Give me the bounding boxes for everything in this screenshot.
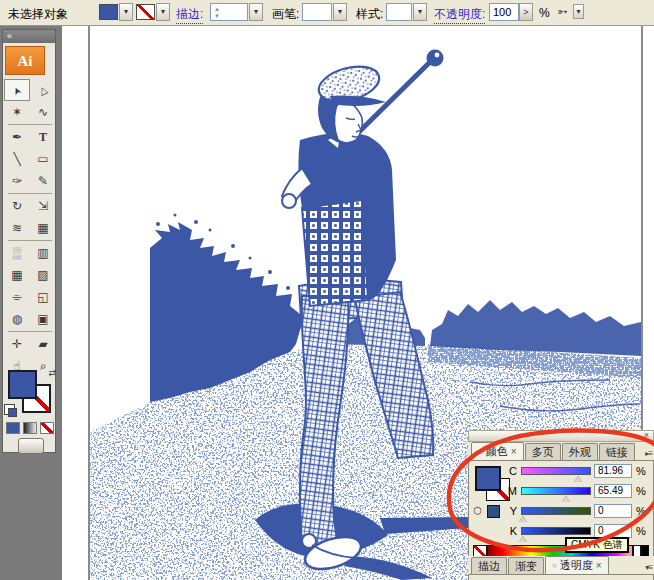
tab-pages[interactable]: 多页 <box>525 443 561 460</box>
symbol-sprayer-tool[interactable]: ░ <box>4 242 30 264</box>
tab-links[interactable]: 链接 <box>599 443 635 460</box>
magenta-label: M <box>507 485 517 497</box>
tab-color-label: 颜色 <box>486 444 508 459</box>
magenta-slider[interactable] <box>521 487 591 495</box>
swap-fill-stroke-icon[interactable]: ⇄ <box>48 368 56 378</box>
cyan-slider[interactable] <box>521 467 591 475</box>
black-slider-thumb[interactable] <box>519 536 527 542</box>
magic-wand-tool[interactable]: ✶ <box>4 101 30 123</box>
paintbrush-tool[interactable]: ✑ <box>4 170 30 192</box>
color-panel-titlebar[interactable]: − × <box>468 430 654 442</box>
pen-tool[interactable]: ✒ <box>4 126 30 148</box>
yellow-unit: % <box>636 505 646 517</box>
fill-proxy-swatch[interactable] <box>8 370 37 399</box>
tab-color[interactable]: ○ 颜色 × <box>471 442 524 460</box>
panel-menu-icon[interactable]: ▾≡ <box>645 563 652 572</box>
fist <box>282 194 296 208</box>
blend-tool[interactable]: ◱ <box>30 286 56 308</box>
brush-dropdown-icon[interactable]: ▾ <box>333 3 347 21</box>
yellow-value-field[interactable]: 0 <box>594 504 632 518</box>
tab-appearance[interactable]: 外观 <box>562 443 598 460</box>
live-paint-bucket-icon: ◍ <box>12 312 22 326</box>
eraser-tool[interactable]: ▰ <box>30 333 56 355</box>
style-dropdown-icon[interactable]: ▾ <box>413 3 427 21</box>
fill-dropdown-arrow-icon[interactable]: ▾ <box>119 3 133 21</box>
mesh-tool[interactable]: ▦ <box>4 264 30 286</box>
pencil-icon: ✎ <box>38 174 48 188</box>
golf-club-head <box>427 50 444 67</box>
web-color-cube-icon[interactable]: ⬡ <box>473 505 482 516</box>
free-transform-tool[interactable]: ▦ <box>30 217 56 239</box>
tab-close-icon[interactable]: × <box>511 444 517 459</box>
magenta-slider-thumb[interactable] <box>562 496 570 502</box>
scale-tool[interactable]: ⇲ <box>30 195 56 217</box>
color-mode-button[interactable] <box>6 422 20 434</box>
yellow-slider-thumb[interactable] <box>519 516 527 522</box>
yellow-slider[interactable] <box>521 507 591 515</box>
select-similar-icon[interactable]: ➳ <box>557 4 568 19</box>
tab-stroke[interactable]: 描边 <box>471 557 507 574</box>
selection-tool-icon: ➤ <box>6 83 28 99</box>
direct-selection-tool[interactable]: ▷ <box>30 79 56 101</box>
tab-pages-label: 多页 <box>532 445 554 460</box>
panel-minimize-button[interactable]: − <box>629 431 640 441</box>
select-similar-dropdown-icon[interactable]: ▾ <box>573 4 584 19</box>
line-tool[interactable]: ╲ <box>4 148 30 170</box>
fill-color-swatch[interactable] <box>99 4 118 20</box>
gradient-tool[interactable]: ▨ <box>30 264 56 286</box>
stroke-color-combo[interactable]: ▾ <box>136 3 170 21</box>
crop-area-tool[interactable]: ✛ <box>4 333 30 355</box>
tab-gradient[interactable]: 渐变 <box>508 557 544 574</box>
magenta-value-field[interactable]: 65.49 <box>594 484 632 498</box>
panel-close-button[interactable]: × <box>641 431 652 441</box>
cyan-slider-thumb[interactable] <box>574 476 582 482</box>
live-paint-bucket-tool[interactable]: ◍ <box>4 308 30 330</box>
stroke-dropdown-arrow-icon[interactable]: ▾ <box>156 3 170 21</box>
stroke-weight-spinner-icon[interactable]: ▲▼ <box>214 6 220 20</box>
stroke-weight-field[interactable]: ▲▼ <box>210 3 248 21</box>
black-slider[interactable] <box>521 527 591 535</box>
type-tool[interactable]: T <box>30 126 56 148</box>
none-mode-button[interactable] <box>40 422 54 434</box>
opacity-stepper-button[interactable]: > <box>519 3 533 21</box>
tools-divider <box>8 124 52 125</box>
yellow-label: Y <box>507 505 517 517</box>
stroke-panel-link[interactable]: 描边: <box>176 6 203 24</box>
ai-logo: Ai <box>5 46 45 75</box>
warp-tool[interactable]: ≋ <box>4 217 30 239</box>
brush-field[interactable] <box>302 3 332 21</box>
cmyk-spectrum-tooltip: CMYK 色谱 <box>565 537 629 553</box>
stroke-none-swatch[interactable] <box>136 4 155 20</box>
rectangle-tool[interactable]: ▭ <box>30 148 56 170</box>
cyan-value-field[interactable]: 81.96 <box>594 464 632 478</box>
screen-mode-button[interactable] <box>18 438 44 454</box>
gradient-mode-button[interactable] <box>23 422 37 434</box>
stroke-weight-dropdown-icon[interactable]: ▾ <box>249 3 263 21</box>
lasso-tool[interactable]: ∿ <box>30 101 56 123</box>
in-gamut-swatch[interactable] <box>487 505 500 518</box>
selection-tool[interactable]: ➤ <box>4 79 30 101</box>
panel-menu-icon[interactable]: ▸≡ <box>645 449 652 458</box>
direct-selection-tool-icon: ▷ <box>31 83 54 99</box>
fill-proxy[interactable] <box>475 466 501 491</box>
transparency-panel: 描边 渐变 ○ 透明度 × ▾≡ <box>468 556 654 580</box>
graph-tool[interactable]: ▥ <box>30 242 56 264</box>
eyedropper-tool[interactable]: ⌯ <box>4 286 30 308</box>
tab-close-icon[interactable]: × <box>596 558 602 573</box>
rotate-icon: ↻ <box>12 199 22 213</box>
opacity-link[interactable]: 不透明度: <box>434 6 485 24</box>
live-paint-selection-tool[interactable]: ▣ <box>30 308 56 330</box>
black-value-field[interactable]: 0 <box>594 524 632 538</box>
opacity-field[interactable]: 100 <box>489 3 519 21</box>
pencil-tool[interactable]: ✎ <box>30 170 56 192</box>
paint-mode-buttons <box>6 422 54 434</box>
fill-stroke-proxy: ⇄ <box>3 368 57 420</box>
fill-color-combo[interactable]: ▾ <box>99 3 133 21</box>
style-field[interactable] <box>386 3 412 21</box>
default-fill-stroke-icon[interactable] <box>4 404 15 415</box>
brush-label: 画笔: <box>272 6 299 23</box>
rotate-tool[interactable]: ↻ <box>4 195 30 217</box>
tab-transparency[interactable]: ○ 透明度 × <box>545 556 609 574</box>
collapse-icon[interactable]: « <box>7 31 11 41</box>
tools-palette-titlebar[interactable]: « <box>3 30 55 43</box>
